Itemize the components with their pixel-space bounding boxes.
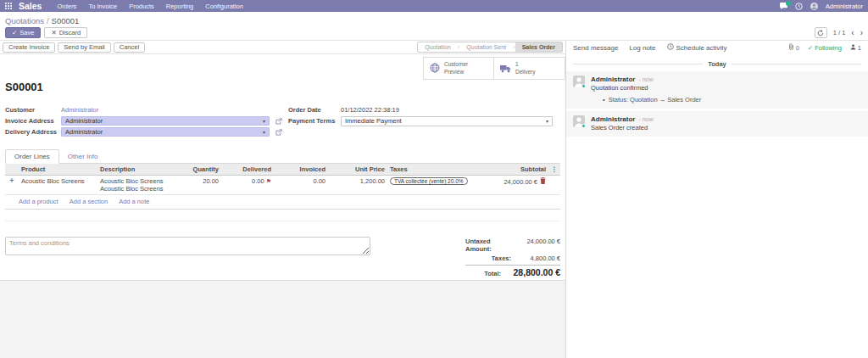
discuss-badge xyxy=(786,1,791,6)
discuss-icon[interactable] xyxy=(780,3,787,9)
send-message-button[interactable]: Send message xyxy=(573,44,618,52)
user-avatar[interactable] xyxy=(810,3,818,10)
col-invoiced[interactable]: Invoiced xyxy=(274,164,328,176)
chatter: Send message Log note Schedule activity … xyxy=(566,41,868,358)
top-menu: Orders To Invoice Products Reporting Con… xyxy=(57,3,242,10)
avatar[interactable] xyxy=(573,115,585,127)
delivery-button[interactable]: 1 Delivery xyxy=(494,57,565,80)
menu-products[interactable]: Products xyxy=(129,3,154,10)
payment-terms-field[interactable]: Immediate Payment ▾ xyxy=(341,116,553,126)
taxes-value: 4,800.00 € xyxy=(516,255,560,262)
save-button[interactable]: ✓ Save xyxy=(5,27,41,38)
invoice-address-field[interactable]: Administrator ▾ xyxy=(61,116,270,126)
content-background xyxy=(0,281,565,358)
customer-preview-button[interactable]: Customer Preview xyxy=(423,57,494,80)
trash-icon[interactable] xyxy=(540,177,546,186)
message-timestamp: - now xyxy=(638,76,653,82)
cell-product: Acoustic Bloc Screens xyxy=(19,176,97,195)
notebook-tabs: Order Lines Other Info xyxy=(5,149,560,164)
log-note-button[interactable]: Log note xyxy=(629,44,655,52)
col-product[interactable]: Product xyxy=(19,164,97,176)
col-unit-price[interactable]: Unit Price xyxy=(328,164,387,176)
col-description[interactable]: Description xyxy=(97,164,178,176)
list-add-links: Add a product Add a section Add a note xyxy=(5,195,560,209)
payment-terms-label: Payment Terms xyxy=(288,117,339,125)
invoice-address-label: Invoice Address xyxy=(5,117,59,125)
user-menu[interactable]: Administrator xyxy=(826,3,863,10)
create-invoice-button[interactable]: Create Invoice xyxy=(3,42,55,53)
cell-subtotal: 24,000.00 € xyxy=(491,176,548,195)
app-brand[interactable]: Sales xyxy=(19,1,42,11)
chevron-down-icon: ▾ xyxy=(263,118,265,124)
activities-clock-icon[interactable] xyxy=(795,3,803,10)
following-button[interactable]: ✓ Following xyxy=(808,44,842,52)
breadcrumb-current: S00001 xyxy=(52,16,80,25)
delivery-count: 1 xyxy=(515,61,535,68)
order-date-label: Order Date xyxy=(288,106,339,114)
status-quotation[interactable]: Quotation xyxy=(418,42,457,52)
attachments-button[interactable]: 0 xyxy=(788,43,799,52)
customer-label: Customer xyxy=(5,106,59,114)
breadcrumb-quotations[interactable]: Quotations xyxy=(5,16,44,25)
discard-button[interactable]: ✕ Discard xyxy=(44,27,87,38)
cell-taxes: TVA collectée (vente) 20.0% xyxy=(387,176,491,195)
col-taxes[interactable]: Taxes xyxy=(387,164,491,176)
col-quantity[interactable]: Quantity xyxy=(178,164,221,176)
clock-icon xyxy=(667,43,674,52)
menu-to-invoice[interactable]: To Invoice xyxy=(88,3,117,10)
followers-button[interactable]: 1 xyxy=(850,43,861,52)
chatter-message: Administrator - now Sales Order created xyxy=(566,111,868,137)
check-icon: ✓ xyxy=(808,44,813,52)
status-sales-order[interactable]: Sales Order xyxy=(515,42,562,52)
truck-icon xyxy=(500,61,511,76)
delivery-address-external-link-icon[interactable] xyxy=(271,129,287,136)
bullet-icon: • xyxy=(603,96,605,103)
message-author[interactable]: Administrator xyxy=(591,76,635,83)
pager-previous-icon[interactable]: ‹ xyxy=(851,29,854,37)
add-a-product-link[interactable]: Add a product xyxy=(19,198,58,205)
form-sheet: Customer Preview 1 Delivery S00001 Custo… xyxy=(0,54,565,281)
delivery-address-field[interactable]: Administrator ▾ xyxy=(61,127,270,137)
tab-other-info[interactable]: Other Info xyxy=(59,150,107,163)
send-by-email-button[interactable]: Send by Email xyxy=(58,42,110,53)
apps-menu-icon[interactable] xyxy=(5,3,12,9)
schedule-activity-button[interactable]: Schedule activity xyxy=(667,43,727,52)
chevron-down-icon: ▾ xyxy=(263,129,265,135)
col-delivered[interactable]: Delivered xyxy=(221,164,274,176)
order-date-field[interactable]: 01/12/2022 22:38:19 xyxy=(341,106,553,114)
menu-configuration[interactable]: Configuration xyxy=(205,3,243,10)
cancel-button[interactable]: Cancel xyxy=(114,42,145,53)
pager-next-icon[interactable]: › xyxy=(860,29,863,37)
refresh-icon[interactable] xyxy=(815,27,827,38)
add-a-section-link[interactable]: Add a section xyxy=(70,198,108,205)
invoice-address-external-link-icon[interactable] xyxy=(271,118,287,125)
check-icon: ✓ xyxy=(12,29,17,36)
pager-count: 1 / 1 xyxy=(833,29,846,36)
form-view: Create Invoice Send by Email Cancel Quot… xyxy=(0,41,566,358)
table-row[interactable]: + Acoustic Bloc Screens Acoustic Bloc Sc… xyxy=(5,176,560,195)
field-group: Customer Administrator Order Date 01/12/… xyxy=(5,104,560,137)
col-subtotal[interactable]: Subtotal xyxy=(491,164,548,176)
menu-orders[interactable]: Orders xyxy=(57,3,76,10)
customer-field[interactable]: Administrator xyxy=(61,106,270,114)
order-lines-table: Product Description Quantity Delivered I… xyxy=(5,164,560,195)
terms-and-conditions-input[interactable] xyxy=(5,237,370,255)
status-pipeline: Quotation › Quotation Sent › Sales Order xyxy=(417,42,563,53)
message-body: Quotation confirmed xyxy=(591,84,861,92)
tab-order-lines[interactable]: Order Lines xyxy=(5,149,59,164)
totals-block: Untaxed Amount: 24,000.00 € Taxes: 4,800… xyxy=(465,237,560,278)
chatter-message: Administrator - now Quotation confirmed … xyxy=(566,71,868,109)
online-status-dot xyxy=(581,84,586,88)
menu-reporting[interactable]: Reporting xyxy=(166,3,194,10)
untaxed-amount-label: Untaxed Amount: xyxy=(465,238,515,253)
message-author[interactable]: Administrator xyxy=(591,115,635,123)
optional-columns-toggle-icon[interactable]: ⋮ xyxy=(548,164,560,176)
drag-handle-icon[interactable]: + xyxy=(5,176,19,195)
avatar[interactable] xyxy=(573,76,585,87)
close-icon: ✕ xyxy=(51,29,56,36)
paperclip-icon xyxy=(788,43,794,52)
follower-person-icon xyxy=(850,43,856,52)
status-quotation-sent[interactable]: Quotation Sent xyxy=(459,42,513,52)
form-statusbar: Create Invoice Send by Email Cancel Quot… xyxy=(0,41,565,54)
add-a-note-link[interactable]: Add a note xyxy=(119,198,149,205)
